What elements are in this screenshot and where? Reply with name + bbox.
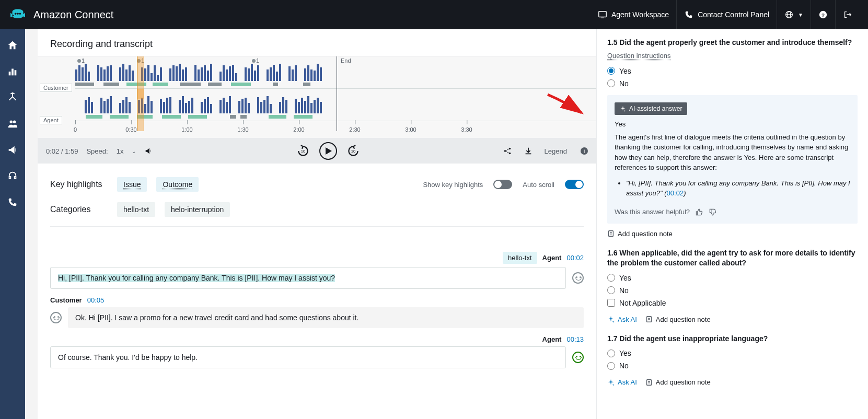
play-button[interactable] — [319, 142, 337, 160]
show-key-highlights-toggle[interactable] — [493, 180, 512, 189]
sidebar-headset[interactable] — [7, 170, 18, 182]
legend-info-icon[interactable]: i — [581, 147, 588, 155]
question-title: 1.5 Did the agent properly greet the cus… — [607, 38, 858, 48]
note-icon — [607, 230, 615, 237]
radio-no[interactable] — [607, 79, 615, 87]
option-yes[interactable]: Yes — [607, 272, 858, 284]
quote-timestamp-link[interactable]: 00:02 — [667, 189, 684, 197]
ai-assisted-badge: AI-assisted answer — [615, 102, 687, 115]
utterance-tag[interactable]: hello-txt — [503, 252, 537, 264]
option-no[interactable]: No — [607, 77, 858, 90]
sidebar-phone[interactable] — [7, 196, 18, 208]
option-yes[interactable]: Yes — [607, 65, 858, 77]
auto-scroll-toggle[interactable] — [565, 180, 584, 189]
option-yes[interactable]: Yes — [607, 347, 858, 359]
sentiment-neutral-icon — [50, 312, 62, 323]
transcript-bubble[interactable]: Hi, [PII]. Thank you for calling any com… — [50, 267, 566, 289]
option-na[interactable]: Not Applicable — [607, 297, 858, 309]
add-question-note-button[interactable]: Add question note — [607, 230, 673, 238]
sidebar-announce[interactable] — [7, 144, 18, 156]
logout-icon — [843, 10, 852, 19]
ask-ai-button[interactable]: Ask AI — [607, 378, 637, 386]
chip-helo-interruption[interactable]: helo-interruption — [165, 202, 230, 217]
add-question-note-button[interactable]: Add question note — [645, 316, 711, 323]
transcript-header: Customer 00:05 — [50, 296, 584, 304]
speed-label: Speed: — [86, 147, 108, 155]
categories-label: Categories — [50, 205, 108, 214]
evaluation-panel: ∥ 1.5 Did the agent properly greet the c… — [596, 29, 868, 419]
note-icon — [645, 316, 653, 323]
question-1-5: 1.5 Did the agent properly greet the cus… — [607, 38, 858, 238]
customer-track-label: Customer — [40, 84, 72, 92]
speaker-customer: Customer — [50, 296, 82, 304]
timestamp-link[interactable]: 00:02 — [566, 254, 584, 262]
workspace-icon — [598, 10, 607, 19]
side-nav — [0, 29, 25, 419]
timestamp-link[interactable]: 00:05 — [87, 296, 105, 304]
svg-point-13 — [10, 121, 13, 124]
product-logo[interactable]: Amazon Connect — [8, 7, 113, 22]
ccp-link[interactable]: Contact Control Panel — [676, 0, 777, 29]
svg-rect-12 — [15, 70, 17, 75]
chip-hello-txt[interactable]: hello-txt — [117, 202, 155, 217]
sparkle-icon — [607, 379, 615, 386]
customer-waveform[interactable]: 1 1 1 End — [75, 56, 596, 89]
agent-workspace-link[interactable]: Agent Workspace — [591, 0, 676, 29]
radio-no[interactable] — [607, 362, 615, 370]
question-title: 1.6 When applicable, did the agent try t… — [607, 248, 858, 269]
sidebar-users[interactable] — [7, 118, 18, 130]
radio-no[interactable] — [607, 286, 615, 294]
product-name: Amazon Connect — [33, 9, 113, 21]
volume-icon[interactable] — [144, 146, 154, 156]
help-button[interactable]: ? — [811, 0, 835, 29]
radio-yes[interactable] — [607, 67, 615, 75]
speed-caret-icon[interactable]: ⌄ — [132, 148, 136, 154]
playhead-agent[interactable] — [137, 89, 144, 131]
checkbox-na[interactable] — [607, 299, 615, 307]
ai-answer-value: Yes — [615, 120, 850, 128]
speaker-agent: Agent — [542, 335, 562, 343]
top-nav-bar: Amazon Connect Agent Workspace Contact C… — [0, 0, 868, 29]
ai-assisted-answer-box: AI-assisted answer Yes The agent's first… — [607, 95, 858, 224]
radio-yes[interactable] — [607, 274, 615, 282]
sidebar-home[interactable] — [7, 40, 18, 51]
transcript-bubble[interactable]: Of course. Thank you. I'd be happy to he… — [50, 346, 566, 368]
chip-issue[interactable]: Issue — [117, 177, 147, 192]
sentiment-positive-icon — [572, 352, 584, 363]
ask-ai-button[interactable]: Ask AI — [607, 316, 637, 323]
timestamp-link[interactable]: 00:13 — [566, 335, 584, 343]
sidebar-analytics[interactable] — [7, 66, 18, 77]
language-selector[interactable]: ▼ — [777, 0, 811, 29]
waveform-area[interactable]: Customer 1 1 1 End Agent — [38, 56, 596, 138]
legend-label[interactable]: Legend — [545, 147, 567, 155]
share-icon[interactable] — [503, 146, 512, 156]
sentiment-neutral-icon — [572, 272, 584, 284]
speaker-agent: Agent — [542, 254, 562, 262]
option-no[interactable]: No — [607, 359, 858, 372]
svg-rect-3 — [599, 11, 606, 17]
option-no[interactable]: No — [607, 284, 858, 297]
chip-outcome[interactable]: Outcome — [156, 177, 199, 192]
show-key-highlights-label: Show key highlights — [423, 181, 483, 189]
agent-waveform[interactable] — [75, 89, 596, 121]
transcript-bubble[interactable]: Ok. Hi [PII]. I saw a promo for a new tr… — [68, 307, 584, 328]
add-question-note-button[interactable]: Add question note — [645, 378, 711, 386]
thumbs-down-icon[interactable] — [709, 208, 717, 216]
logout-button[interactable] — [835, 0, 860, 29]
question-instructions-link[interactable]: Question instructions — [607, 52, 670, 60]
svg-rect-22 — [609, 231, 614, 237]
recording-title: Recording and transcript — [38, 29, 596, 56]
rewind-10-button[interactable]: 10 — [296, 144, 310, 158]
radio-yes[interactable] — [607, 350, 615, 357]
panel-resize-handle[interactable]: ∥ — [596, 220, 597, 228]
phone-icon — [684, 10, 693, 19]
transcript-list: hello-txt Agent 00:02 Hi, [PII]. Thank y… — [38, 252, 596, 381]
forward-10-button[interactable]: 10 — [346, 144, 360, 158]
thumbs-up-icon[interactable] — [695, 208, 703, 216]
svg-point-19 — [508, 153, 511, 155]
download-icon[interactable] — [524, 146, 533, 156]
svg-rect-10 — [9, 72, 11, 75]
svg-text:?: ? — [821, 12, 825, 18]
speed-value[interactable]: 1x — [117, 147, 124, 155]
sidebar-routing[interactable] — [7, 92, 18, 103]
